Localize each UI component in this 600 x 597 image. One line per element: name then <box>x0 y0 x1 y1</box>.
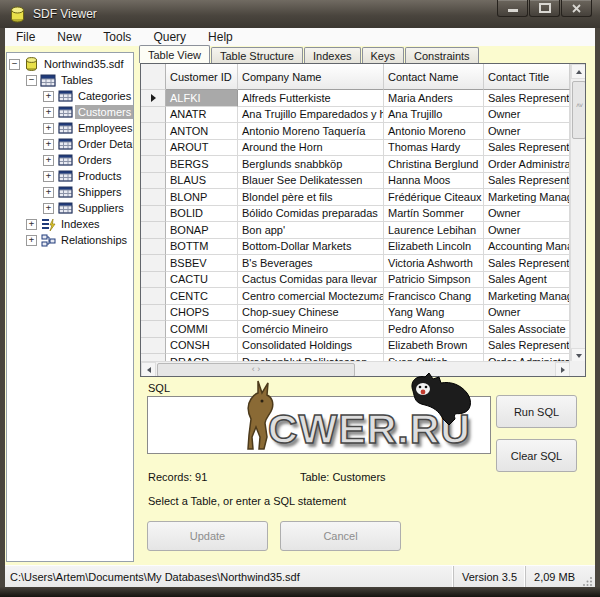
vertical-scrollbar[interactable] <box>570 64 585 363</box>
horizontal-scrollbar[interactable] <box>141 361 570 376</box>
cell-customer-id[interactable]: ANTON <box>166 123 238 140</box>
cell-customer-id[interactable]: CONSH <box>166 338 238 355</box>
cell-contact-title[interactable]: Owner <box>484 123 570 140</box>
column-header-company-name[interactable]: Company Name <box>238 64 384 90</box>
row-selector[interactable] <box>141 189 166 206</box>
row-selector[interactable] <box>141 140 166 157</box>
cell-company-name[interactable]: Comércio Mineiro <box>238 321 384 338</box>
cell-customer-id[interactable]: BOTTM <box>166 239 238 256</box>
tree-expander-icon[interactable]: + <box>43 203 54 214</box>
row-selector[interactable] <box>141 123 166 140</box>
cell-contact-title[interactable]: Owner <box>484 107 570 124</box>
tree-item-label[interactable]: Northwind35.sdf <box>41 57 127 71</box>
row-selector[interactable] <box>141 173 166 190</box>
tree-item-label[interactable]: Categories <box>75 89 134 103</box>
table-row[interactable]: COMMI Comércio Mineiro Pedro Afonso Sale… <box>141 321 585 338</box>
cell-customer-id[interactable]: ANATR <box>166 107 238 124</box>
cell-customer-id[interactable]: CENTC <box>166 288 238 305</box>
cell-contact-name[interactable]: Yang Wang <box>384 305 484 322</box>
tree-item-label[interactable]: Customers <box>75 105 134 119</box>
cell-contact-name[interactable]: Frédérique Citeaux <box>384 189 484 206</box>
row-selector[interactable] <box>141 288 166 305</box>
tab-indexes[interactable]: Indexes <box>304 47 361 63</box>
cancel-button[interactable]: Cancel <box>280 521 401 551</box>
cell-customer-id[interactable]: CACTU <box>166 272 238 289</box>
cell-company-name[interactable]: Around the Horn <box>238 140 384 157</box>
cell-customer-id[interactable]: AROUT <box>166 140 238 157</box>
table-row[interactable]: BERGS Berglunds snabbköp Christina Bergl… <box>141 156 585 173</box>
table-row[interactable]: BOTTM Bottom-Dollar Markets Elizabeth Li… <box>141 239 585 256</box>
row-selector[interactable] <box>141 107 166 124</box>
scroll-left-button[interactable] <box>141 362 156 377</box>
tree-item-label[interactable]: Employees <box>75 121 134 135</box>
cell-contact-name[interactable]: Francisco Chang <box>384 288 484 305</box>
cell-contact-title[interactable]: Owner <box>484 305 570 322</box>
sql-input[interactable] <box>147 396 491 454</box>
cell-company-name[interactable]: Blauer See Delikatessen <box>238 173 384 190</box>
table-row[interactable]: CONSH Consolidated Holdings Elizabeth Br… <box>141 338 585 355</box>
clear-sql-button[interactable]: Clear SQL <box>496 439 577 472</box>
tree-expander-icon[interactable]: + <box>26 235 37 246</box>
menu-query[interactable]: Query <box>142 28 197 46</box>
tab-table-structure[interactable]: Table Structure <box>211 47 303 63</box>
column-header-contact-title[interactable]: Contact Title <box>484 64 570 90</box>
cell-company-name[interactable]: Bottom-Dollar Markets <box>238 239 384 256</box>
table-row[interactable]: CHOPS Chop-suey Chinese Yang Wang Owner <box>141 305 585 322</box>
tree-item-categories[interactable]: + Categories <box>7 88 133 104</box>
cell-contact-name[interactable]: Patricio Simpson <box>384 272 484 289</box>
header-selector-cell[interactable] <box>141 64 166 90</box>
menu-help[interactable]: Help <box>197 28 244 46</box>
cell-contact-title[interactable]: Sales Representative <box>484 90 570 107</box>
cell-contact-title[interactable]: Sales Representative <box>484 255 570 272</box>
run-sql-button[interactable]: Run SQL <box>496 395 577 428</box>
cell-contact-title[interactable]: Sales Representative <box>484 140 570 157</box>
maximize-button[interactable] <box>529 0 560 17</box>
cell-customer-id[interactable]: ALFKI <box>166 90 238 107</box>
row-selector[interactable] <box>141 90 166 107</box>
cell-contact-name[interactable]: Hanna Moos <box>384 173 484 190</box>
cell-contact-name[interactable]: Antonio Moreno <box>384 123 484 140</box>
tree-item-label[interactable]: Orders <box>75 153 115 167</box>
table-row[interactable]: ANATR Ana Trujillo Emparedados y helados… <box>141 107 585 124</box>
cell-company-name[interactable]: Blondel père et fils <box>238 189 384 206</box>
cell-contact-title[interactable]: Sales Representative <box>484 173 570 190</box>
table-row[interactable]: BLONP Blondel père et fils Frédérique Ci… <box>141 189 585 206</box>
tab-constraints[interactable]: Constraints <box>405 47 479 63</box>
row-selector[interactable] <box>141 272 166 289</box>
cell-company-name[interactable]: Chop-suey Chinese <box>238 305 384 322</box>
cell-company-name[interactable]: Bólido Comidas preparadas <box>238 206 384 223</box>
table-row[interactable]: ANTON Antonio Moreno Taquería Antonio Mo… <box>141 123 585 140</box>
cell-contact-title[interactable]: Accounting Manager <box>484 239 570 256</box>
cell-contact-name[interactable]: Maria Anders <box>384 90 484 107</box>
cell-customer-id[interactable]: BLONP <box>166 189 238 206</box>
cell-customer-id[interactable]: COMMI <box>166 321 238 338</box>
cell-contact-title[interactable]: Owner <box>484 206 570 223</box>
tree-item-products[interactable]: + Products <box>7 168 133 184</box>
tree-item-relationships[interactable]: + Relationships <box>7 232 133 248</box>
row-selector[interactable] <box>141 338 166 355</box>
cell-customer-id[interactable]: BSBEV <box>166 255 238 272</box>
cell-contact-name[interactable]: Pedro Afonso <box>384 321 484 338</box>
cell-contact-name[interactable]: Thomas Hardy <box>384 140 484 157</box>
tree-item-northwind35-sdf[interactable]: − Northwind35.sdf <box>7 56 133 72</box>
tree-item-customers[interactable]: + Customers <box>7 104 133 120</box>
tree-expander-icon[interactable]: + <box>43 107 54 118</box>
cell-company-name[interactable]: Alfreds Futterkiste <box>238 90 384 107</box>
row-selector[interactable] <box>141 222 166 239</box>
minimize-button[interactable] <box>497 0 528 17</box>
cell-contact-title[interactable]: Marketing Manager <box>484 288 570 305</box>
menu-new[interactable]: New <box>46 28 92 46</box>
tree-item-label[interactable]: Shippers <box>75 185 124 199</box>
table-row[interactable]: AROUT Around the Horn Thomas Hardy Sales… <box>141 140 585 157</box>
tree-item-label[interactable]: Indexes <box>58 217 103 231</box>
tree-expander-icon[interactable]: + <box>26 219 37 230</box>
cell-contact-title[interactable]: Owner <box>484 222 570 239</box>
tree-expander-icon[interactable]: − <box>26 75 37 86</box>
column-header-customer-id[interactable]: Customer ID <box>166 64 238 90</box>
cell-contact-name[interactable]: Christina Berglund <box>384 156 484 173</box>
cell-company-name[interactable]: Cactus Comidas para llevar <box>238 272 384 289</box>
tab-table-view[interactable]: Table View <box>139 45 210 63</box>
cell-company-name[interactable]: Centro comercial Moctezuma <box>238 288 384 305</box>
column-header-contact-name[interactable]: Contact Name <box>384 64 484 90</box>
cell-customer-id[interactable]: BOLID <box>166 206 238 223</box>
